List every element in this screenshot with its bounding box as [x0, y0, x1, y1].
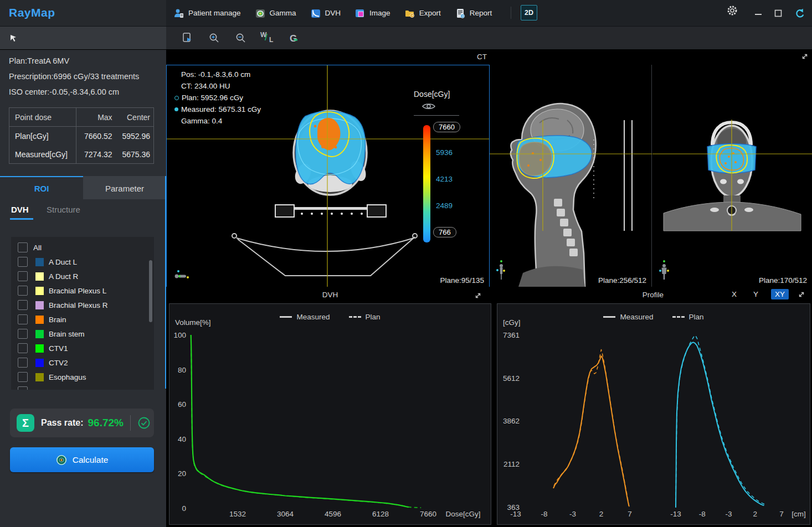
structure-row[interactable]: A Duct R	[11, 269, 154, 283]
structure-row[interactable]: Brain	[11, 312, 154, 327]
minimize-button[interactable]	[754, 9, 762, 17]
sagittal-ct-viewport[interactable]: Plane:256/512	[490, 65, 652, 287]
structure-checkbox[interactable]	[18, 314, 28, 324]
dose-tick: 2489	[436, 202, 453, 210]
zoom-out-icon[interactable]	[234, 31, 248, 45]
dvh-expand-icon[interactable]	[474, 292, 482, 299]
sidebar-subtabs: DVH Structure	[0, 200, 166, 225]
ct-panel-title: CT	[166, 53, 798, 61]
svg-text:6128: 6128	[372, 510, 389, 518]
point-dose-table: Point dose Max Center Plan[cGy] 7660.52 …	[9, 107, 154, 164]
subtab-structure[interactable]: Structure	[47, 205, 80, 214]
structure-color-swatch	[35, 373, 44, 381]
nav-patient-manage[interactable]: Patient manage	[174, 8, 241, 18]
svg-text:7: 7	[628, 510, 632, 518]
divider	[414, 115, 459, 116]
nav-label: Gamma	[270, 9, 296, 17]
structure-row[interactable]: Brain stem	[11, 327, 154, 341]
top-bar: RayMap Patient manage Gamma DVH Image Ex…	[0, 0, 812, 27]
col-center: Center	[115, 113, 153, 122]
dose-max-box[interactable]: 7660	[433, 122, 460, 132]
gamma-readout: Gamma: 0.4	[181, 115, 222, 127]
profile-mode-y[interactable]: Y	[749, 289, 762, 299]
structure-row[interactable]: A Duct L	[11, 255, 154, 269]
settings-gear-icon[interactable]	[726, 4, 739, 17]
gamma-analysis-icon[interactable]: G	[287, 31, 301, 45]
legend-plan: Plan	[366, 313, 381, 321]
nav-gamma[interactable]: Gamma	[255, 8, 296, 18]
structure-row[interactable]: CTV2	[11, 355, 154, 370]
patient-manage-icon	[174, 8, 184, 18]
legend-plan: Plan	[689, 313, 704, 321]
svg-text:G: G	[290, 33, 297, 44]
eye-icon[interactable]	[422, 102, 436, 111]
axial-ct-viewport[interactable]: Pos: -0.1,-8.3,6.0 cm CT: 234.00 HU Plan…	[166, 65, 490, 288]
pass-rate-value: 96.72%	[88, 417, 124, 429]
structure-checkbox[interactable]	[18, 271, 28, 281]
plan-dose-readout: Plan: 5952.96 cGy	[182, 92, 243, 104]
nav-report[interactable]: Report	[455, 8, 492, 18]
cine-play-icon[interactable]	[181, 31, 195, 45]
tab-parameter[interactable]: Parameter	[83, 176, 166, 199]
axial-orientation-marker	[173, 270, 193, 282]
svg-text:80: 80	[178, 366, 186, 374]
svg-text:2: 2	[599, 510, 604, 518]
scrollbar-thumb[interactable]	[149, 260, 152, 322]
structure-label: CTV2	[49, 359, 68, 367]
nav-label: Report	[470, 9, 492, 17]
subtab-dvh[interactable]: DVH	[11, 205, 29, 214]
coronal-ct-viewport[interactable]: Plane:170/512	[652, 65, 812, 287]
calculate-gamma-icon	[56, 454, 67, 466]
active-subtab-underline	[10, 218, 33, 220]
structure-row[interactable]	[11, 384, 154, 390]
structure-label: All	[33, 244, 42, 252]
calculate-button[interactable]: Calculate	[10, 447, 154, 472]
structure-checkbox[interactable]	[18, 358, 28, 368]
structure-checkbox[interactable]	[18, 372, 28, 382]
nav-label: Patient manage	[188, 9, 241, 17]
dose-tick: 5936	[436, 148, 453, 157]
structure-checkbox[interactable]	[18, 300, 28, 310]
structure-checkbox[interactable]	[18, 329, 28, 339]
window-level-icon[interactable]: W/L	[260, 31, 275, 45]
nav-label: Export	[419, 9, 441, 17]
nav-label: Image	[369, 9, 390, 17]
cursor-arrow-icon[interactable]	[10, 34, 18, 42]
sagittal-orientation-marker	[496, 260, 506, 282]
structure-row[interactable]: CTV1	[11, 341, 154, 355]
profile-mode-xy[interactable]: XY	[771, 289, 789, 299]
zoom-in-icon[interactable]	[207, 31, 222, 45]
nav-image[interactable]: Image	[355, 8, 390, 18]
tab-roi[interactable]: ROI	[0, 176, 83, 199]
profile-y-axis-label: [cGy]	[503, 318, 521, 327]
structure-list: AllA Duct LA Duct RBrachial Plexus LBrac…	[11, 237, 154, 390]
structure-row[interactable]: Esophagus	[11, 370, 154, 384]
svg-text:40: 40	[178, 435, 186, 443]
structure-row[interactable]: Brachial Plexus R	[11, 298, 154, 312]
structure-row[interactable]: All	[11, 240, 154, 255]
structure-checkbox[interactable]	[18, 286, 28, 296]
maximize-button[interactable]	[774, 9, 782, 17]
svg-text:7660: 7660	[420, 510, 436, 518]
structure-label: Brain	[49, 316, 66, 324]
nav-dvh[interactable]: DVH	[311, 8, 341, 18]
structure-row[interactable]: Brachial Plexus L	[11, 283, 154, 298]
structure-color-swatch	[35, 359, 44, 367]
structure-label: Brachial Plexus R	[49, 301, 108, 309]
undo-button[interactable]	[794, 8, 804, 18]
nav-export[interactable]: Export	[405, 8, 441, 18]
structure-checkbox[interactable]	[18, 242, 28, 252]
image-icon	[355, 8, 365, 18]
mode-2d-button[interactable]: 2D	[521, 5, 537, 20]
structure-checkbox[interactable]	[18, 343, 28, 353]
structure-color-swatch	[35, 344, 44, 353]
left-sidebar: Plan:TreatA 6MV Prescription:6996 cGy/33…	[0, 50, 166, 527]
structure-checkbox[interactable]	[18, 257, 28, 267]
dose-min-box[interactable]: 766	[433, 227, 456, 237]
structure-checkbox[interactable]	[18, 386, 28, 390]
ct-expand-icon[interactable]	[801, 53, 809, 60]
check-circle-icon	[137, 416, 151, 430]
row-center: 5675.36	[115, 150, 153, 159]
profile-expand-icon[interactable]	[798, 291, 805, 298]
profile-mode-x[interactable]: X	[728, 289, 741, 299]
